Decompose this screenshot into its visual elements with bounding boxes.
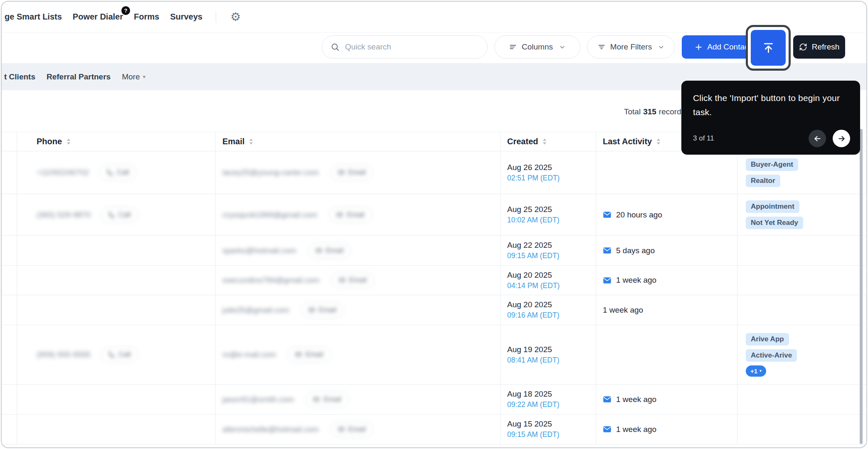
created-date: Aug 26 2025: [507, 163, 552, 172]
more-filters-button[interactable]: More Filters: [587, 35, 675, 59]
nav-item-forms[interactable]: Forms: [134, 12, 159, 22]
mail-icon: [308, 307, 315, 313]
email-button[interactable]: Email: [330, 165, 374, 180]
columns-button[interactable]: Columns: [494, 35, 580, 59]
header-label: Last Activity: [603, 137, 652, 146]
call-button[interactable]: Call: [101, 347, 138, 363]
mail-icon: [338, 426, 345, 433]
refresh-button[interactable]: Refresh: [793, 35, 845, 59]
gear-icon[interactable]: ⚙: [230, 11, 241, 23]
next-step-button[interactable]: [833, 130, 850, 147]
coach-tooltip: Click the 'Import' button to begin your …: [681, 81, 860, 155]
phone-cell: +11092246702 Call: [17, 151, 216, 194]
table-row[interactable]: +11092246702 Call lacey25@young-carter.c…: [2, 151, 867, 194]
email-button[interactable]: Email: [308, 243, 351, 259]
email-cell: ssecundino784@gmail.com Email: [216, 266, 501, 295]
created-date: Aug 20 2025: [507, 271, 552, 280]
nav-item-label: Power Dialer: [73, 12, 123, 21]
call-button[interactable]: Call: [101, 207, 138, 223]
email-button[interactable]: Email: [330, 422, 374, 437]
last-activity-text: 1 week ago: [616, 395, 656, 404]
search-input[interactable]: [345, 42, 482, 52]
cutoff-cell: [2, 236, 17, 265]
header-label: Email: [222, 137, 244, 146]
created-date: Aug 18 2025: [507, 390, 552, 399]
nav-item-power-dialer[interactable]: Power Dialer ?: [73, 12, 123, 22]
header-label: Created: [507, 137, 538, 146]
phone-number: (360) 529-9870: [37, 210, 91, 220]
header-created[interactable]: Created: [501, 132, 596, 151]
table-row[interactable]: (909) 555-5555 Call ro@e-mail.com Email …: [2, 325, 867, 385]
table-row[interactable]: ssecundino784@gmail.com Email Aug 20 202…: [2, 266, 867, 295]
previous-step-button[interactable]: [809, 130, 826, 147]
cutoff-cell: [2, 266, 17, 295]
tag-badge[interactable]: Not Yet Ready: [746, 217, 803, 229]
sort-icon[interactable]: [542, 138, 547, 145]
email-button[interactable]: Email: [329, 207, 372, 223]
created-time: 09:15 AM (EDT): [507, 252, 559, 260]
sort-icon[interactable]: [656, 138, 661, 145]
nav-item-surveys[interactable]: Surveys: [170, 12, 202, 22]
search-box[interactable]: [322, 35, 488, 59]
phone-cell: [17, 295, 216, 325]
email-button[interactable]: Email: [306, 392, 349, 407]
tag-badge[interactable]: Active-Arive: [746, 349, 797, 362]
tag-badge[interactable]: Arive App: [746, 333, 789, 345]
mail-icon: [603, 276, 612, 285]
header-email[interactable]: Email: [216, 132, 501, 151]
tags-cell: [737, 385, 867, 414]
arrow-left-icon: [813, 134, 822, 143]
table-row[interactable]: allenmichelle@hotmail.com Email Aug 15 2…: [2, 414, 867, 444]
table-row[interactable]: (360) 529-9870 Call crysojunk1969@gmail.…: [2, 194, 867, 236]
phone-icon: [108, 212, 115, 218]
tab-more[interactable]: More ▾: [122, 72, 145, 81]
mail-icon: [603, 395, 612, 404]
tag-badge[interactable]: Appointment: [746, 200, 799, 213]
created-time: 04:14 PM (EDT): [507, 281, 560, 290]
table-row[interactable]: sparks@hotmail.com Email Aug 22 2025 09:…: [2, 236, 867, 266]
phone-number: (909) 555-5555: [37, 350, 91, 359]
mail-icon: [336, 212, 343, 218]
last-activity-cell: 20 hours ago: [596, 194, 737, 235]
toolbar: Columns More Filters Add Contact Refresh: [2, 32, 866, 63]
import-button[interactable]: [751, 30, 786, 66]
mail-icon: [338, 169, 345, 176]
table-row[interactable]: jason91@smith.com Email Aug 18 2025 09:2…: [2, 385, 867, 414]
help-badge[interactable]: ?: [121, 6, 130, 15]
tag-badge[interactable]: Realtor: [746, 175, 780, 187]
more-tags-badge[interactable]: +1 ▾: [746, 365, 766, 377]
tab-clients[interactable]: t Clients: [4, 72, 35, 81]
tab-referral-partners[interactable]: Referral Partners: [47, 72, 111, 81]
vertical-scrollbar[interactable]: [860, 129, 863, 444]
table-row[interactable]: julie25@gmail.com Email Aug 20 2025 09:1…: [2, 295, 867, 325]
email-cell: ro@e-mail.com Email: [216, 325, 501, 384]
mail-icon: [313, 396, 320, 403]
phone-icon: [106, 169, 113, 176]
tag-badge[interactable]: Buyer-Agent: [746, 158, 798, 171]
last-activity-text: 5 days ago: [616, 246, 655, 255]
filter-icon: [597, 43, 606, 51]
cutoff-column: [2, 132, 17, 151]
chevron-down-icon: ▾: [760, 369, 762, 373]
email-button[interactable]: Email: [288, 347, 331, 363]
nav-item-smart-lists[interactable]: ge Smart Lists: [5, 12, 62, 22]
sort-icon[interactable]: [66, 138, 71, 145]
call-button[interactable]: Call: [99, 165, 136, 180]
sort-icon[interactable]: [249, 138, 254, 145]
last-activity-cell: [596, 325, 737, 384]
cutoff-cell: [2, 194, 17, 235]
cutoff-cell: [2, 325, 17, 384]
contacts-table: Phone Email Created Last Activity +11092…: [2, 132, 867, 444]
header-phone[interactable]: Phone: [17, 132, 216, 151]
email-address: julie25@gmail.com: [222, 306, 289, 315]
search-icon: [330, 42, 340, 52]
tags-cell: [737, 236, 867, 265]
tooltip-message: Click the 'Import' button to begin your …: [693, 91, 848, 119]
email-button[interactable]: Email: [301, 302, 344, 318]
email-cell: jason91@smith.com Email: [216, 385, 501, 414]
phone-number: +11092246702: [37, 168, 89, 177]
total-records: Total 315 records: [624, 107, 685, 116]
email-button[interactable]: Email: [331, 272, 375, 288]
cutoff-cell: [2, 295, 17, 325]
mail-icon: [603, 246, 612, 255]
